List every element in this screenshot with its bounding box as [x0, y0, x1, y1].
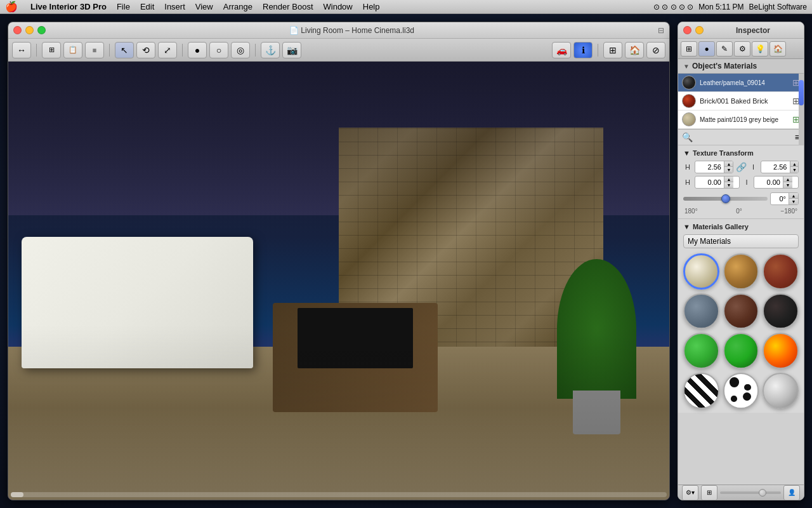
tt-v-down[interactable]: ▼: [790, 167, 799, 173]
gallery-title: Materials Gallery: [693, 223, 749, 231]
gallery-dropdown[interactable]: My Materials Standard Custom: [683, 234, 799, 248]
floorplan-btn[interactable]: ⊞: [42, 42, 61, 58]
gallery-item-green[interactable]: [683, 333, 719, 369]
gallery-item-brick[interactable]: [763, 253, 799, 290]
tt-v-input[interactable]: [761, 163, 790, 171]
bottom-grid-btn[interactable]: ⊞: [701, 485, 717, 500]
menu-help[interactable]: Help: [363, 2, 380, 11]
maximize-button[interactable]: [37, 26, 46, 34]
angle-stepper: ▲ ▼: [789, 193, 798, 204]
inspector-tab-settings[interactable]: ⚙: [734, 41, 750, 57]
viewport[interactable]: [8, 62, 669, 500]
camera-btn[interactable]: 📷: [282, 42, 301, 58]
tt-hoffset-down[interactable]: ▼: [724, 182, 733, 188]
close-button[interactable]: [13, 26, 22, 34]
bottom-settings-btn[interactable]: ⚙▾: [682, 485, 698, 500]
apple-menu[interactable]: 🍎: [5, 1, 18, 13]
view3d-btn[interactable]: ≡: [85, 42, 104, 58]
select-btn[interactable]: ↖: [115, 42, 134, 58]
scale-btn[interactable]: ⤢: [158, 42, 177, 58]
home-btn[interactable]: 🏠: [625, 42, 644, 58]
angle-thumb[interactable]: [721, 194, 730, 203]
tt-voffset-group[interactable]: ▲ ▼: [754, 176, 799, 189]
tt-v-input-group[interactable]: ▲ ▼: [761, 161, 799, 173]
minimize-button[interactable]: [25, 26, 34, 34]
menu-render[interactable]: Render Boost: [263, 2, 313, 11]
gallery-item-fire[interactable]: [763, 333, 799, 369]
gallery-item-silver[interactable]: [763, 373, 799, 409]
gallery-item-wood[interactable]: [723, 253, 759, 290]
inspector-tab-home[interactable]: 🏠: [769, 41, 786, 57]
sep3: [182, 44, 183, 57]
menu-insert[interactable]: Insert: [164, 2, 185, 11]
angle-degree-input[interactable]: 0° ▲ ▼: [770, 192, 799, 205]
material-item-2[interactable]: Matte paint/1019 grey beige ⊞: [678, 110, 804, 129]
tt-hoffset-group[interactable]: ▲ ▼: [695, 176, 740, 189]
inspector-title: Inspector: [707, 26, 799, 35]
materials-section-title: Object's Materials: [692, 62, 757, 70]
tt-h-input[interactable]: [695, 163, 724, 171]
inspector-close[interactable]: [683, 26, 691, 34]
tt-hoffset-up[interactable]: ▲: [724, 177, 733, 182]
inspector-tab-edit[interactable]: ✎: [716, 41, 733, 57]
menu-file[interactable]: File: [117, 2, 130, 11]
angle-track[interactable]: [683, 197, 768, 201]
tt-h-input-group[interactable]: ▲ ▼: [695, 161, 733, 173]
material-swatch-0: [682, 76, 696, 90]
tt-v-up[interactable]: ▲: [790, 161, 799, 167]
point-btn[interactable]: ●: [188, 42, 207, 58]
bottom-slider-thumb[interactable]: [759, 489, 766, 497]
inspector-tab-light[interactable]: 💡: [752, 41, 768, 57]
angle-down[interactable]: ▼: [789, 199, 798, 204]
material-item-1[interactable]: Brick/001 Baked Brick ⊞: [678, 92, 804, 110]
texture-transform-header: ▼ Texture Transform: [683, 149, 799, 157]
bottom-person-btn[interactable]: 👤: [783, 485, 800, 500]
gallery-item-brown[interactable]: [723, 293, 759, 330]
inspector-min[interactable]: [695, 26, 704, 34]
material-swatch-2: [682, 112, 696, 126]
status-icons: ⊙ ⊙ ⊙ ⊙ ⊙: [653, 3, 693, 11]
menu-window[interactable]: Window: [324, 2, 353, 11]
tt-h-down[interactable]: ▼: [724, 167, 733, 173]
app-name[interactable]: Live Interior 3D Pro: [30, 2, 107, 11]
menubar-right: ⊙ ⊙ ⊙ ⊙ ⊙ Mon 5:11 PM BeLight Software: [653, 3, 807, 11]
eyedropper-icon[interactable]: 🔍: [682, 132, 693, 142]
grid-btn[interactable]: ⊞: [603, 42, 622, 58]
menu-view[interactable]: View: [195, 2, 213, 11]
gallery-item-dark[interactable]: [763, 293, 799, 330]
anchor-btn[interactable]: ⚓: [261, 42, 280, 58]
tt-title: Texture Transform: [693, 149, 754, 157]
inspector-tab-material[interactable]: ●: [698, 41, 715, 57]
inspector-tab-object[interactable]: ⊞: [681, 41, 697, 57]
compass-btn[interactable]: ⊘: [646, 42, 665, 58]
link-icon[interactable]: 🔗: [736, 162, 747, 172]
time-display: Mon 5:11 PM: [698, 3, 743, 11]
angle-up[interactable]: ▲: [789, 193, 798, 199]
menu-arrange[interactable]: Arrange: [223, 2, 252, 11]
gallery-item-zebra[interactable]: [683, 373, 719, 409]
material-item-0[interactable]: Leather/pamela_09014 ⊞: [678, 74, 804, 92]
bottom-slider[interactable]: [720, 491, 781, 494]
back-forward-btn[interactable]: ↔: [12, 42, 31, 58]
ellipse-btn[interactable]: ◎: [231, 42, 250, 58]
view2d-btn[interactable]: 📋: [63, 42, 82, 58]
car-btn[interactable]: 🚗: [552, 42, 571, 58]
info-btn[interactable]: ℹ: [573, 42, 593, 58]
tt-h-up[interactable]: ▲: [724, 161, 733, 167]
materials-scrollbar[interactable]: [799, 74, 804, 145]
gallery-item-spots[interactable]: [723, 373, 759, 409]
rotate-btn[interactable]: ⟲: [136, 42, 155, 58]
tt-voffset-down[interactable]: ▼: [783, 182, 792, 188]
tt-voffset-up[interactable]: ▲: [783, 177, 792, 182]
tt-voffset-input[interactable]: [754, 178, 783, 187]
gallery-item-cream[interactable]: [683, 253, 719, 290]
menu-edit[interactable]: Edit: [140, 2, 154, 11]
gallery-item-green2[interactable]: [723, 333, 759, 369]
gallery-item-stone[interactable]: [683, 293, 719, 330]
viewport-scrollthumb[interactable]: [11, 492, 23, 497]
tt-hoffset-input[interactable]: [695, 178, 724, 187]
viewport-scrollbar[interactable]: [11, 492, 667, 497]
materials-scrollbar-thumb[interactable]: [799, 80, 804, 105]
circle-btn[interactable]: ○: [209, 42, 228, 58]
window-resize[interactable]: ⊟: [658, 26, 664, 35]
